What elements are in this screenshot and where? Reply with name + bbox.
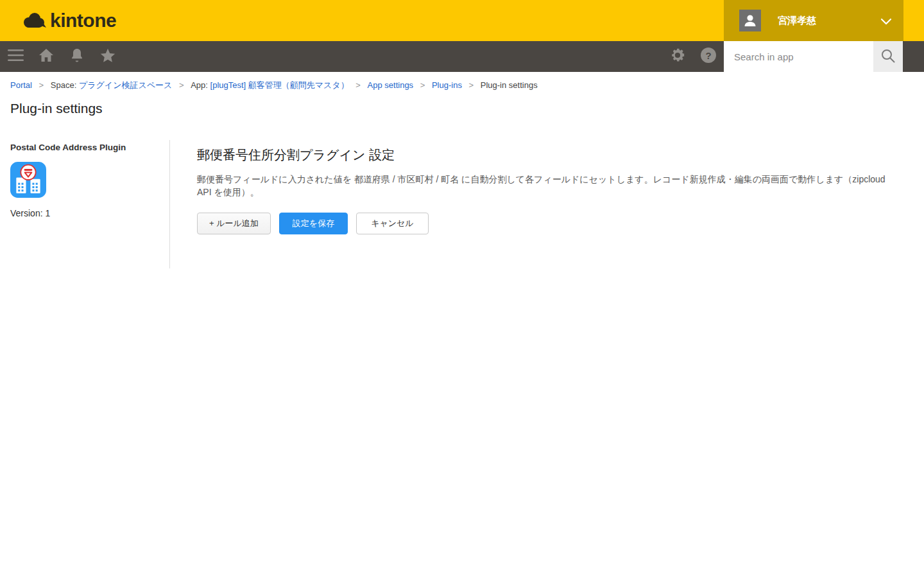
button-row: + ルール追加 設定を保存 キャンセル bbox=[197, 213, 898, 234]
hamburger-icon bbox=[8, 49, 24, 64]
breadcrumb-space-link[interactable]: プラグイン検証スペース bbox=[79, 80, 172, 90]
notifications-button[interactable] bbox=[62, 41, 92, 72]
save-settings-button[interactable]: 設定を保存 bbox=[279, 213, 348, 234]
help-icon: ? bbox=[700, 47, 717, 66]
breadcrumb-separator: > bbox=[39, 80, 44, 90]
breadcrumb-space-prefix: Space: bbox=[51, 80, 79, 90]
favorites-button[interactable] bbox=[92, 41, 123, 72]
breadcrumb-separator: > bbox=[355, 80, 361, 90]
kintone-logo[interactable]: kintone bbox=[22, 0, 116, 41]
plugin-config-panel: 郵便番号住所分割プラグイン 設定 郵便番号フィールドに入力された値を 都道府県 … bbox=[170, 140, 924, 268]
kintone-cloud-icon bbox=[22, 10, 46, 31]
gear-icon bbox=[669, 47, 686, 66]
global-navbar: ? bbox=[0, 41, 924, 72]
breadcrumb-app-link[interactable]: [plugTest] 顧客管理（顧問先マスタ） bbox=[210, 80, 349, 90]
plugin-info-panel: Postal Code Address Plugin bbox=[0, 140, 170, 268]
breadcrumb: Portal > Space: プラグイン検証スペース > App: [plug… bbox=[10, 80, 914, 91]
page-title: Plug-in settings bbox=[10, 101, 914, 116]
add-rule-button[interactable]: + ルール追加 bbox=[197, 213, 271, 234]
star-icon bbox=[100, 48, 116, 66]
breadcrumb-separator: > bbox=[179, 80, 184, 90]
user-name: 宮澤孝慈 bbox=[778, 15, 816, 27]
breadcrumb-portal[interactable]: Portal bbox=[10, 80, 32, 90]
plugin-config-description: 郵便番号フィールドに入力された値を 都道府県 / 市区町村 / 町名 に自動分割… bbox=[197, 173, 890, 199]
svg-text:?: ? bbox=[705, 50, 711, 61]
kintone-logo-text: kintone bbox=[50, 10, 116, 31]
breadcrumb-separator: > bbox=[469, 80, 474, 90]
plugin-icon bbox=[10, 162, 46, 198]
user-menu[interactable]: 宮澤孝慈 bbox=[724, 0, 903, 41]
home-button[interactable] bbox=[31, 41, 62, 72]
search-icon bbox=[880, 48, 896, 66]
settings-button[interactable] bbox=[662, 41, 693, 72]
breadcrumb-separator: > bbox=[420, 80, 425, 90]
cancel-button[interactable]: キャンセル bbox=[356, 213, 429, 234]
search-input[interactable] bbox=[724, 41, 873, 72]
plugin-name: Postal Code Address Plugin bbox=[10, 143, 159, 152]
breadcrumb-plugins[interactable]: Plug-ins bbox=[432, 80, 462, 90]
home-icon bbox=[38, 48, 54, 65]
breadcrumb-app-prefix: App: bbox=[191, 80, 210, 90]
plugin-config-heading: 郵便番号住所分割プラグイン 設定 bbox=[197, 146, 898, 164]
breadcrumb-current: Plug-in settings bbox=[481, 80, 538, 90]
plugin-version: Version: 1 bbox=[10, 208, 159, 218]
user-avatar bbox=[739, 10, 761, 31]
menu-button[interactable] bbox=[0, 41, 31, 72]
plugin-settings-content: Postal Code Address Plugin bbox=[0, 140, 924, 268]
breadcrumb-app-settings[interactable]: App settings bbox=[368, 80, 414, 90]
help-button[interactable]: ? bbox=[693, 41, 724, 72]
bell-icon bbox=[70, 48, 84, 66]
search-button[interactable] bbox=[873, 41, 903, 72]
chevron-down-icon bbox=[880, 17, 892, 28]
app-header: kintone 宮澤孝慈 bbox=[0, 0, 924, 41]
